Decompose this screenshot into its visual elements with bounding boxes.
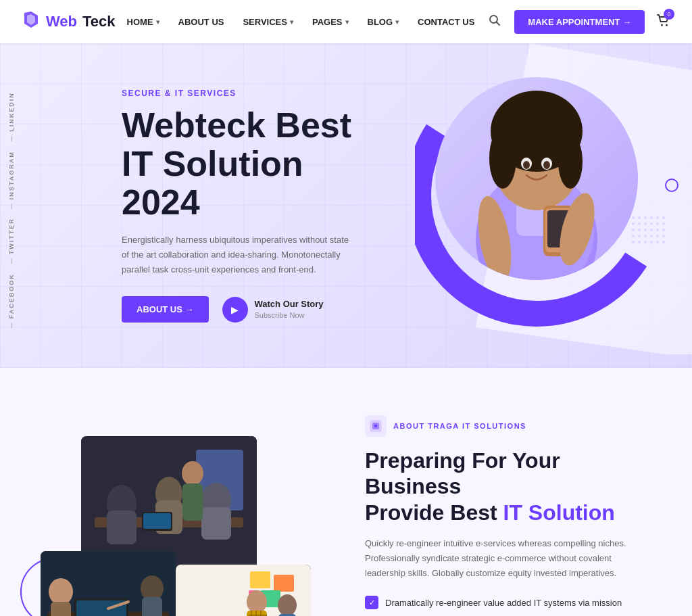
nav-links: HOME ▾ ABOUT US SERVICES ▾ PAGES ▾ BLOG … [127,17,475,27]
logo[interactable]: WebTeck [22,10,116,34]
svg-point-4 [661,24,663,26]
svg-rect-46 [274,575,294,592]
nav-blog[interactable]: BLOG ▾ [368,17,399,27]
svg-point-52 [278,594,297,616]
svg-point-32 [182,461,203,485]
logo-teck: Teck [82,13,116,30]
about-us-button[interactable]: ABOUT US → [122,296,209,323]
nav-actions: MAKE APPOINTMENT → 0 [486,10,670,34]
svg-rect-41 [51,602,71,616]
svg-point-13 [558,135,583,189]
social-instagram[interactable]: INSTAGRAM [0,141,23,209]
nav-pages[interactable]: PAGES ▾ [312,17,349,27]
about-image-bottom-right [176,565,311,616]
hero-content: SECURE & IT SERVICES Webteck Best IT Sol… [0,48,395,364]
nav-about[interactable]: ABOUT US [178,17,224,27]
hero-actions: ABOUT US → ▶ Watch Our Story Subscribe N… [122,296,354,323]
svg-point-5 [666,24,668,26]
svg-rect-58 [374,425,377,427]
svg-rect-31 [201,507,231,540]
cart-badge: 0 [664,9,674,20]
list-item: ✓ Dramatically re-engineer value added I… [365,596,651,609]
svg-line-3 [497,22,500,25]
about-description: Quickly re-engineer intuitive e-services… [365,536,635,581]
svg-point-50 [247,590,267,613]
about-tag-row: ABOUT TRAGA IT SOLUTIONS [365,415,651,437]
check-icon-1: ✓ [365,596,378,609]
hero-tag: SECURE & IT SERVICES [122,89,354,98]
about-tag-text: ABOUT TRAGA IT SOLUTIONS [393,422,526,430]
nav-home[interactable]: HOME ▾ [127,17,159,27]
cart-button[interactable]: 0 [656,13,670,31]
hero-description: Energistically harness ubiquitous impera… [122,233,351,277]
social-twitter[interactable]: TWITTER [0,209,23,264]
svg-rect-35 [143,513,171,529]
about-content: ABOUT TRAGA IT SOLUTIONS Preparing For Y… [365,415,651,616]
search-button[interactable] [486,11,503,32]
about-section: ABOUT TRAGA IT SOLUTIONS Preparing For Y… [0,368,692,616]
about-list: ✓ Dramatically re-engineer value added I… [365,596,651,616]
about-image-bottom-left [41,551,176,616]
svg-rect-39 [76,600,126,616]
navbar: WebTeck HOME ▾ ABOUT US SERVICES ▾ PAGES… [0,0,692,43]
hero-title: Webteck Best IT Solution 2024 [122,106,354,222]
svg-rect-43 [142,597,162,616]
svg-point-16 [523,161,530,169]
watch-story[interactable]: ▶ Watch Our Story Subscribe Now [222,297,324,323]
hero-image-area [395,43,692,368]
about-tag-icon [365,415,387,437]
nav-contact[interactable]: CONTACT US [418,17,474,27]
nav-services[interactable]: SERVICES ▾ [243,17,293,27]
social-linkedin[interactable]: LINKEDIN [0,82,23,141]
logo-icon [22,10,41,34]
appointment-button[interactable]: MAKE APPOINTMENT → [514,10,645,34]
svg-rect-45 [250,571,270,588]
hero-decorative-circle [665,179,678,192]
watch-text: Watch Our Story Subscribe Now [255,299,324,320]
svg-point-40 [49,578,73,605]
about-title: Preparing For Your Business Provide Best… [365,448,651,525]
dots-pattern [632,216,665,243]
svg-rect-33 [182,483,203,521]
svg-point-12 [489,128,516,189]
social-facebook[interactable]: FACEBOOK [0,264,23,329]
svg-rect-27 [107,511,137,544]
social-sidebar: LINKEDIN INSTAGRAM TWITTER FACEBOOK [0,82,23,328]
hero-section: LINKEDIN INSTAGRAM TWITTER FACEBOOK SECU… [0,43,692,368]
logo-web: Web [46,13,77,30]
svg-point-17 [543,161,550,169]
play-button[interactable]: ▶ [222,297,248,323]
about-images [41,436,324,616]
